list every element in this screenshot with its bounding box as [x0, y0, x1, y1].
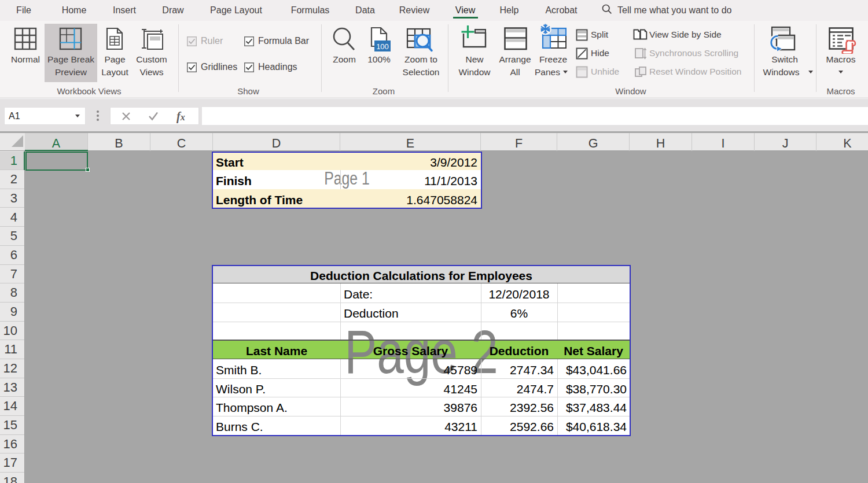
- svg-text:100: 100: [376, 42, 389, 51]
